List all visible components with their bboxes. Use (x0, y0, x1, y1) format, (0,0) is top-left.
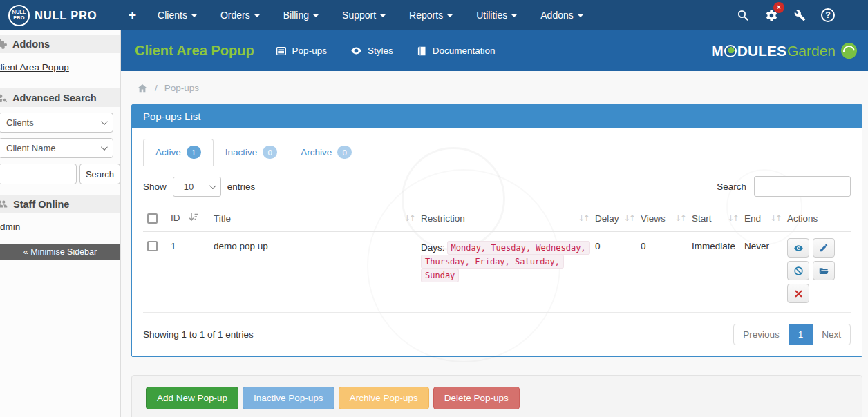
module-nav-styles[interactable]: Styles (339, 30, 405, 71)
row-views: 0 (636, 231, 688, 313)
column-header-start[interactable]: Start↓↑ (688, 204, 740, 231)
sidebar-staff-online-header: Staff Online (0, 195, 120, 213)
globe-icon (841, 43, 857, 59)
advanced-search-button[interactable]: Search (79, 164, 120, 184)
addons-puzzle-icon (0, 39, 7, 50)
edit-button[interactable] (813, 238, 835, 258)
tab-active[interactable]: Active 1 (143, 139, 214, 166)
tab-active-count-badge: 1 (187, 146, 201, 159)
sort-icon: ↓↑ (624, 213, 634, 223)
advanced-search-icon (0, 93, 7, 104)
preview-eye-icon (793, 243, 804, 253)
sidebar-addons-links: Client Area Popup (0, 53, 120, 79)
help-icon[interactable]: ? (820, 5, 836, 26)
add-new-popup-button[interactable]: Add New Pop-up (146, 387, 238, 409)
footer-actions-panel: Add New Pop-up Inactive Pop-ups Archive … (131, 375, 862, 417)
help-question-glyph: ? (821, 8, 835, 22)
row-start: Immediate (688, 231, 740, 313)
disable-ban-icon (793, 266, 804, 276)
column-header-id[interactable]: ID (167, 204, 209, 231)
advanced-search-input[interactable] (0, 164, 77, 184)
delete-x-icon (794, 289, 803, 298)
menu-reports[interactable]: Reports (397, 0, 464, 30)
sidebar-link-client-area-popup[interactable]: Client Area Popup (0, 62, 69, 72)
brand-logo[interactable]: NULL PRO NULL PRO (0, 5, 119, 26)
automation-error-badge: × (773, 2, 784, 13)
module-header: Client Area Popup Pop-ups Styles Documen… (121, 30, 868, 71)
column-header-restriction[interactable]: Restriction↓↑ (417, 204, 591, 231)
page: NULL PRO NULL PRO + Clients Orders Billi… (0, 0, 868, 417)
sort-icon: ↓↑ (578, 213, 589, 223)
popups-list-panel: Pop-ups List Active 1 Inactive 0 Archive (131, 104, 862, 357)
mg-logo-m: M (711, 43, 724, 59)
select-all-checkbox[interactable] (147, 213, 158, 224)
search-category-select[interactable]: Clients (0, 113, 113, 133)
mg-logo-dules: DULES (737, 43, 786, 59)
column-header-title[interactable]: Title↓↑ (209, 204, 417, 231)
column-header-end[interactable]: End↓↑ (740, 204, 783, 231)
sort-icon: ↓↑ (675, 213, 686, 223)
table-search-input[interactable] (754, 176, 851, 197)
show-label: Show (143, 182, 167, 192)
menu-support[interactable]: Support (330, 0, 397, 30)
select-all-header (143, 204, 167, 231)
tab-archive-label: Archive (301, 147, 332, 157)
row-title: demo pop up (209, 231, 417, 313)
inactive-popups-button[interactable]: Inactive Pop-ups (243, 387, 334, 409)
sidebar-addons-header: Addons (0, 35, 120, 53)
tab-inactive[interactable]: Inactive 0 (214, 139, 290, 166)
archive-popups-button[interactable]: Archive Pop-ups (339, 387, 429, 409)
delete-popups-button[interactable]: Delete Pop-ups (433, 387, 520, 409)
pagination-page-1[interactable]: 1 (789, 324, 813, 345)
preview-button[interactable] (787, 238, 809, 258)
wrench-icon[interactable] (791, 5, 808, 26)
search-icon[interactable] (735, 5, 751, 26)
menu-utilities[interactable]: Utilities (464, 0, 529, 30)
add-new-menu[interactable]: + (119, 0, 146, 30)
menu-support-label: Support (342, 10, 376, 21)
mg-logo-garden: Garden (787, 43, 836, 59)
search-field-value: Client Name (6, 143, 56, 153)
search-field-select[interactable]: Client Name (0, 138, 113, 158)
menu-billing[interactable]: Billing (272, 0, 330, 30)
entries-select[interactable]: 10 (173, 177, 221, 197)
row-checkbox[interactable] (147, 241, 158, 251)
column-header-delay[interactable]: Delay↓↑ (591, 204, 636, 231)
column-header-views[interactable]: Views↓↑ (636, 204, 688, 231)
automation-gears-icon[interactable]: × (763, 5, 780, 26)
menu-clients[interactable]: Clients (146, 0, 209, 30)
restriction-days: Monday, Tuesday, Wednesday, Thursday, Fr… (421, 241, 590, 282)
panel-body: Active 1 Inactive 0 Archive 0 Show (132, 128, 862, 356)
caret-down-icon (380, 14, 386, 17)
chevron-down-icon (101, 118, 108, 125)
menu-orders[interactable]: Orders (209, 0, 272, 30)
delete-button[interactable] (787, 284, 809, 303)
disable-button[interactable] (787, 261, 809, 280)
modulesgarden-logo[interactable]: MDULESGarden (711, 43, 857, 59)
tab-archive[interactable]: Archive 0 (289, 139, 364, 166)
minimise-sidebar-button[interactable]: « Minimise Sidebar (0, 244, 120, 260)
menu-reports-label: Reports (409, 10, 443, 21)
menu-addons[interactable]: Addons (529, 0, 594, 30)
row-id: 1 (167, 231, 209, 313)
menu-utilities-label: Utilities (476, 10, 507, 21)
globe-icon (724, 45, 737, 57)
pagination-previous[interactable]: Previous (733, 324, 789, 345)
chevron-down-icon (101, 144, 108, 151)
breadcrumb-home[interactable] (137, 83, 148, 93)
module-nav-popups[interactable]: Pop-ups (264, 30, 339, 71)
pagination-next[interactable]: Next (812, 324, 851, 345)
caret-down-icon (447, 14, 453, 17)
table-search: Search (717, 176, 851, 197)
menu-addons-label: Addons (540, 10, 573, 21)
nullpro-logo-icon: NULL PRO (8, 5, 30, 26)
module-nav-documentation[interactable]: Documentation (405, 30, 507, 71)
module-nav-documentation-label: Documentation (433, 46, 496, 56)
tab-inactive-count-badge: 0 (263, 146, 277, 159)
row-select-cell (143, 231, 167, 313)
module-nav-styles-label: Styles (368, 46, 393, 56)
archive-button[interactable] (813, 261, 835, 280)
breadcrumb: / Pop-ups (121, 71, 868, 104)
main-content: Client Area Popup Pop-ups Styles Documen… (121, 30, 868, 417)
module-nav-popups-label: Pop-ups (292, 46, 327, 56)
